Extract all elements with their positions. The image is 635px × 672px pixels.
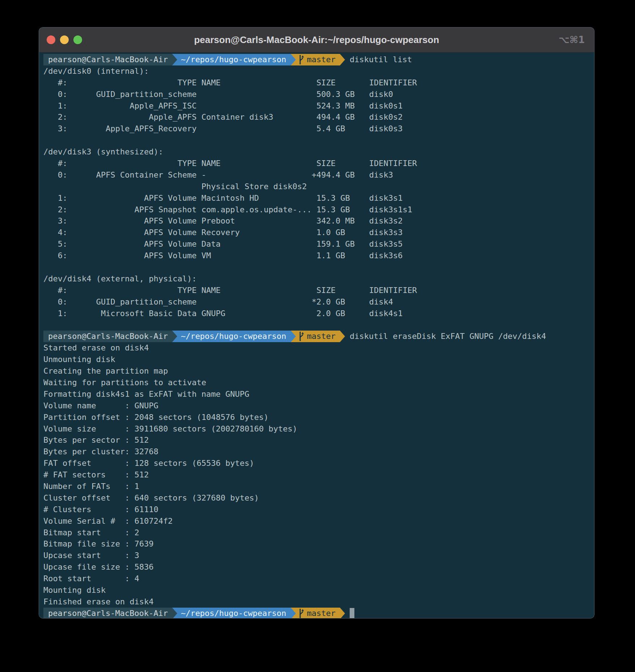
- terminal-line: Upcase file size : 5836: [43, 561, 594, 573]
- terminal-line: 6: APFS Volume VM 1.1 GB disk3s6: [43, 250, 594, 261]
- prompt-host-segment: pearson@Carls-MacBook-Air: [43, 608, 172, 618]
- git-branch-icon: [298, 332, 304, 341]
- terminal-line: #: TYPE NAME SIZE IDENTIFIER: [43, 285, 594, 296]
- prompt-path-segment: ~/repos/hugo-cwpearson: [177, 54, 290, 65]
- terminal-line: 1: Apple_APFS_ISC 524.3 MB disk0s1: [43, 100, 594, 112]
- terminal-line: Volume size : 3911680 sectors (200278016…: [43, 423, 594, 435]
- terminal-line: #: TYPE NAME SIZE IDENTIFIER: [43, 77, 594, 89]
- terminal-line: Creating the partition map: [43, 365, 594, 377]
- prompt-path-segment: ~/repos/hugo-cwpearson: [177, 608, 290, 618]
- terminal-line: Bytes per cluster: 32768: [43, 446, 594, 458]
- prompt-line-1: pearson@Carls-MacBook-Air ~/repos/hugo-c…: [43, 54, 594, 65]
- prompt-git-segment: master: [296, 608, 340, 618]
- titlebar[interactable]: pearson@Carls-MacBook-Air:~/repos/hugo-c…: [39, 27, 594, 52]
- git-branch-name: master: [307, 608, 336, 618]
- terminal-line: 0: GUID_partition_scheme *2.0 GB disk4: [43, 296, 594, 308]
- powerline-arrow-icon: [172, 54, 177, 65]
- disk-list-output: /dev/disk0 (internal): #: TYPE NAME SIZE…: [43, 65, 594, 331]
- terminal-line: 0: APFS Container Scheme - +494.4 GB dis…: [43, 169, 594, 181]
- terminal-line: 2: Apple_APFS Container disk3 494.4 GB d…: [43, 111, 594, 123]
- terminal-line: Bitmap start : 2: [43, 527, 594, 539]
- window-shortcut-hint: ⌥⌘1: [559, 34, 594, 45]
- powerline-arrow-icon: [340, 54, 345, 65]
- terminal-line: [43, 135, 594, 146]
- terminal-line: [43, 261, 594, 273]
- prompt-path: ~/repos/hugo-cwpearson: [181, 331, 286, 342]
- terminal-line: Bytes per sector : 512: [43, 434, 594, 446]
- terminal-line: 3: Apple_APFS_Recovery 5.4 GB disk0s3: [43, 123, 594, 135]
- close-button[interactable]: [47, 35, 55, 44]
- terminal-line: Finished erase on disk4: [43, 596, 594, 608]
- prompt-host-segment: pearson@Carls-MacBook-Air: [43, 331, 172, 342]
- terminal-line: Partition offset : 2048 sectors (1048576…: [43, 412, 594, 423]
- terminal-line: Upcase start : 3: [43, 550, 594, 561]
- terminal[interactable]: pearson@Carls-MacBook-Air ~/repos/hugo-c…: [39, 52, 594, 618]
- terminal-line: Waiting for partitions to activate: [43, 377, 594, 388]
- prompt-git-segment: master: [296, 54, 340, 65]
- powerline-arrow-icon: [340, 331, 345, 342]
- git-branch-name: master: [307, 331, 336, 342]
- prompt-user-host: pearson@Carls-MacBook-Air: [48, 54, 168, 65]
- powerline-arrow-icon: [172, 331, 177, 342]
- powerline-arrow-icon: [172, 608, 177, 618]
- terminal-line: Root start : 4: [43, 573, 594, 584]
- terminal-line: 1: APFS Volume Macintosh HD 15.3 GB disk…: [43, 192, 594, 204]
- git-branch-icon: [298, 609, 304, 618]
- prompt-user-host: pearson@Carls-MacBook-Air: [48, 331, 168, 342]
- terminal-line: 1: Microsoft Basic Data GNUPG 2.0 GB dis…: [43, 308, 594, 319]
- git-branch-icon: [298, 55, 304, 64]
- terminal-line: Formatting disk4s1 as ExFAT with name GN…: [43, 388, 594, 400]
- terminal-line: Physical Store disk0s2: [43, 181, 594, 192]
- traffic-lights: [39, 35, 82, 44]
- prompt-host-segment: pearson@Carls-MacBook-Air: [43, 54, 172, 65]
- terminal-line: Bitmap file size : 7639: [43, 538, 594, 550]
- powerline-arrow-icon: [291, 54, 296, 65]
- prompt-git-segment: master: [296, 331, 340, 342]
- terminal-line: /dev/disk3 (synthesized):: [43, 146, 594, 158]
- terminal-line: 4: APFS Volume Recovery 1.0 GB disk3s3: [43, 227, 594, 238]
- prompt-path: ~/repos/hugo-cwpearson: [181, 608, 286, 618]
- terminal-line: Number of FATs : 1: [43, 481, 594, 492]
- zoom-button[interactable]: [73, 35, 82, 44]
- minimize-button[interactable]: [60, 35, 69, 44]
- terminal-line: # FAT sectors : 512: [43, 469, 594, 481]
- terminal-line: Cluster offset : 640 sectors (327680 byt…: [43, 492, 594, 504]
- terminal-line: 0: GUID_partition_scheme 500.3 GB disk0: [43, 89, 594, 100]
- prompt-path: ~/repos/hugo-cwpearson: [181, 54, 286, 65]
- erase-output: Started erase on disk4Unmounting diskCre…: [43, 342, 594, 607]
- terminal-line: Volume Serial # : 610724f2: [43, 515, 594, 527]
- powerline-arrow-icon: [291, 331, 296, 342]
- terminal-line: /dev/disk4 (external, physical):: [43, 273, 594, 285]
- prompt-line-2: pearson@Carls-MacBook-Air ~/repos/hugo-c…: [43, 331, 594, 342]
- terminal-line: Started erase on disk4: [43, 342, 594, 354]
- powerline-arrow-icon: [291, 608, 296, 618]
- terminal-line: Unmounting disk: [43, 354, 594, 365]
- terminal-line: Mounting disk: [43, 584, 594, 596]
- window-title: pearson@Carls-MacBook-Air:~/repos/hugo-c…: [39, 34, 594, 46]
- prompt-line-3: pearson@Carls-MacBook-Air ~/repos/hugo-c…: [43, 608, 594, 618]
- terminal-line: Volume name : GNUPG: [43, 400, 594, 412]
- terminal-line: #: TYPE NAME SIZE IDENTIFIER: [43, 158, 594, 169]
- terminal-line: 3: APFS Volume Preboot 342.0 MB disk3s2: [43, 215, 594, 227]
- terminal-line: /dev/disk0 (internal):: [43, 65, 594, 77]
- terminal-cursor[interactable]: [350, 608, 354, 618]
- terminal-line: 5: APFS Volume Data 159.1 GB disk3s5: [43, 238, 594, 250]
- command-text: diskutil list: [345, 54, 412, 65]
- terminal-line: FAT offset : 128 sectors (65536 bytes): [43, 458, 594, 469]
- terminal-window: pearson@Carls-MacBook-Air:~/repos/hugo-c…: [39, 27, 594, 618]
- terminal-line: [43, 319, 594, 331]
- powerline-arrow-icon: [340, 608, 345, 618]
- terminal-line: 2: APFS Snapshot com.apple.os.update-...…: [43, 204, 594, 216]
- terminal-line: # Clusters : 61110: [43, 504, 594, 515]
- command-text: diskutil eraseDisk ExFAT GNUPG /dev/disk…: [345, 331, 546, 342]
- prompt-user-host: pearson@Carls-MacBook-Air: [48, 608, 168, 618]
- prompt-path-segment: ~/repos/hugo-cwpearson: [177, 331, 290, 342]
- git-branch-name: master: [307, 54, 336, 65]
